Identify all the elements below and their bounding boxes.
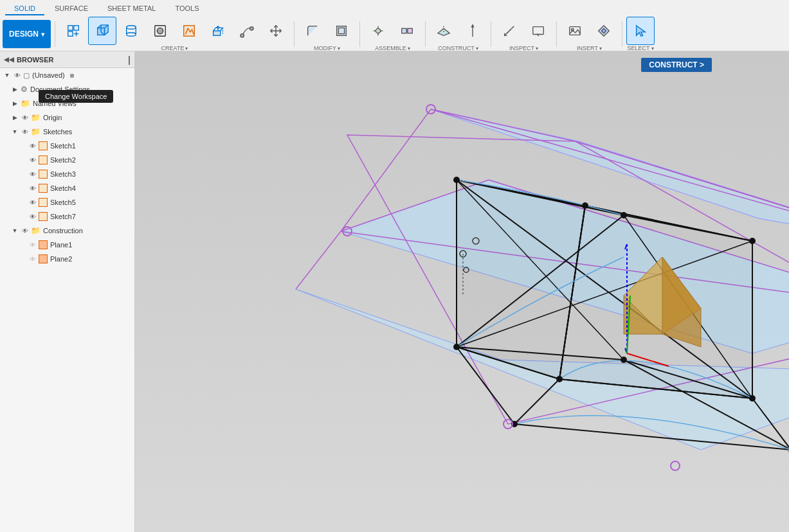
eye-sketch2[interactable]: 👁	[28, 157, 37, 164]
extrude-button[interactable]	[204, 17, 232, 45]
eye-origin[interactable]: 👁	[21, 114, 30, 121]
sketch7-icon	[39, 212, 48, 221]
tree-item-sketch1[interactable]: 👁 Sketch1	[0, 139, 134, 153]
tab-surface[interactable]: SURFACE	[46, 3, 97, 15]
inspect-measure-button[interactable]	[495, 17, 523, 45]
select-label[interactable]: SELECT	[628, 45, 654, 51]
svg-point-75	[621, 212, 627, 218]
inspect-label[interactable]: INSPECT	[509, 45, 538, 51]
eye-sketch7[interactable]: 👁	[28, 213, 37, 220]
svg-point-74	[453, 177, 460, 183]
tree-item-unsaved[interactable]: ▼ 👁 ▢ (Unsaved) ⏺	[0, 68, 134, 82]
label-sketch2: Sketch2	[50, 156, 76, 164]
construct-axis-button[interactable]	[458, 17, 487, 45]
svg-point-79	[556, 376, 563, 382]
tree-item-plane1[interactable]: 👁 Plane1	[0, 238, 134, 252]
create-buttons	[59, 17, 290, 45]
label-origin: Origin	[43, 114, 62, 121]
separator-3	[359, 21, 360, 47]
tree-item-sketch7[interactable]: 👁 Sketch7	[0, 209, 134, 224]
svg-rect-0	[68, 26, 73, 30]
tab-sheet-metal[interactable]: SHEET METAL	[98, 3, 165, 15]
assemble-joint-button[interactable]	[364, 17, 392, 45]
modify-buttons	[298, 17, 356, 45]
tree-item-sketches[interactable]: ▼ 👁 📁 Sketches	[0, 125, 134, 139]
chevron-sketch5	[18, 199, 27, 206]
sketch4-icon	[39, 184, 48, 193]
svg-point-22	[376, 28, 380, 33]
svg-point-11	[157, 28, 163, 33]
tree-item-named-views[interactable]: ▶ 📁 Named Views	[0, 96, 134, 111]
box-button[interactable]	[88, 17, 116, 45]
plane1-icon	[39, 240, 48, 249]
tree-item-doc-settings[interactable]: ▶ ⚙ Document Settings	[0, 82, 134, 96]
sweep-button[interactable]	[233, 17, 261, 45]
eye-plane1[interactable]: 👁	[28, 242, 37, 249]
select-buttons	[626, 17, 655, 45]
label-plane1: Plane1	[50, 241, 72, 249]
create-label[interactable]: CREATE	[161, 45, 188, 51]
design-workspace-button[interactable]: DESIGN	[3, 20, 51, 48]
hole-button[interactable]	[146, 17, 174, 45]
construct-buttons	[430, 17, 487, 45]
sketch-button[interactable]	[175, 17, 203, 45]
tree-item-plane2[interactable]: 👁 Plane2	[0, 252, 134, 266]
eye-sketch5[interactable]: 👁	[28, 199, 37, 206]
tree-item-construction[interactable]: ▼ 👁 📁 Construction	[0, 224, 134, 238]
main-area: Change Workspace ◀◀ BROWSER | ▼ 👁 ▢ (Uns…	[0, 51, 789, 532]
browser-collapse-icon[interactable]: ◀◀	[4, 56, 14, 63]
browser-resize-handle[interactable]: |	[128, 55, 131, 65]
assemble-motion-button[interactable]	[393, 17, 421, 45]
cylinder-button[interactable]	[117, 17, 145, 45]
insert-image-button[interactable]	[561, 17, 589, 45]
modify-label[interactable]: MODIFY	[314, 45, 340, 51]
svg-point-77	[582, 202, 588, 209]
new-component-button[interactable]	[59, 17, 87, 45]
construct-label[interactable]: CONSTRUCT	[438, 45, 478, 51]
inspect-display-button[interactable]	[524, 17, 552, 45]
insert-decal-button[interactable]	[590, 17, 618, 45]
insert-group: INSERT	[561, 17, 618, 51]
browser-header: ◀◀ BROWSER |	[0, 51, 134, 68]
assemble-label[interactable]: ASSEMBLE	[375, 45, 410, 51]
toolbar: SOLID SURFACE SHEET METAL TOOLS DESIGN	[0, 0, 789, 51]
separator-6	[556, 21, 557, 47]
label-sketches: Sketches	[43, 128, 72, 136]
chevron-unsaved: ▼	[3, 72, 12, 78]
tree-item-origin[interactable]: ▶ 👁 📁 Origin	[0, 111, 134, 125]
modify-shell-button[interactable]	[327, 17, 356, 45]
separator-2	[294, 21, 295, 47]
eye-unsaved[interactable]: 👁	[13, 72, 22, 79]
tab-solid[interactable]: SOLID	[5, 3, 44, 15]
insert-buttons	[561, 17, 618, 45]
eye-sketches[interactable]: 👁	[21, 129, 30, 136]
svg-point-6	[127, 26, 136, 30]
eye-sketch3[interactable]: 👁	[28, 171, 37, 178]
label-plane2: Plane2	[50, 255, 72, 263]
svg-rect-13	[213, 31, 221, 35]
sketch5-icon	[39, 198, 48, 207]
tree-item-sketch5[interactable]: 👁 Sketch5	[0, 195, 134, 209]
svg-line-34	[509, 30, 511, 31]
eye-sketch1[interactable]: 👁	[28, 143, 37, 150]
tree-item-sketch4[interactable]: 👁 Sketch4	[0, 181, 134, 195]
modify-fillet-button[interactable]	[298, 17, 327, 45]
label-sketch3: Sketch3	[50, 170, 76, 178]
viewport[interactable]: CONSTRUCT >	[135, 51, 789, 532]
move-button[interactable]	[262, 17, 290, 45]
viewport-canvas	[135, 51, 789, 532]
tab-tools[interactable]: TOOLS	[166, 3, 208, 15]
select-button[interactable]	[626, 17, 655, 45]
eye-plane2[interactable]: 👁	[28, 256, 37, 263]
construct-plane-button[interactable]	[430, 17, 458, 45]
chevron-named-views: ▶	[10, 100, 19, 107]
eye-construction[interactable]: 👁	[21, 227, 30, 235]
tree-item-sketch3[interactable]: 👁 Sketch3	[0, 167, 134, 181]
eye-sketch4[interactable]: 👁	[28, 185, 37, 192]
chevron-construction: ▼	[10, 227, 19, 234]
insert-label[interactable]: INSERT	[577, 45, 602, 51]
tree-item-sketch2[interactable]: 👁 Sketch2	[0, 153, 134, 167]
chevron-plane2	[18, 256, 27, 262]
svg-line-33	[507, 32, 508, 33]
svg-rect-35	[533, 27, 544, 35]
